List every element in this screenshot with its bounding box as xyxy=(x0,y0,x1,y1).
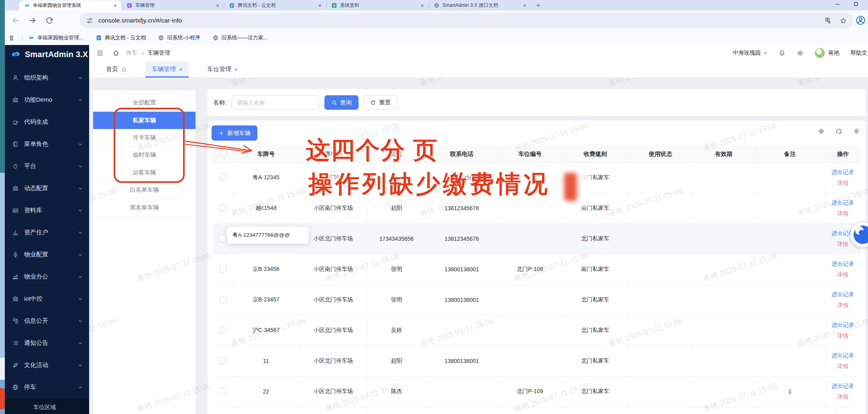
sidebar-item[interactable]: 停车 xyxy=(5,376,89,398)
sidebar-item[interactable]: 资料库 xyxy=(5,199,89,221)
bookmark-item[interactable]: 幸福家园物业管理... xyxy=(28,34,84,41)
community-select[interactable]: 中海玫瑰园 xyxy=(733,49,768,57)
sidebar-item[interactable]: 功能Demo xyxy=(5,89,89,111)
table-cell xyxy=(628,346,693,376)
maximize-button[interactable] xyxy=(853,1,859,7)
entry-exit-records-link[interactable]: 进出记录 xyxy=(825,258,861,269)
sidebar-item[interactable]: 菜单角色 xyxy=(5,133,89,155)
settings-gear-icon[interactable] xyxy=(797,49,804,57)
table-cell: 22 xyxy=(233,376,299,407)
detail-link[interactable]: 详情 xyxy=(825,300,861,311)
row-checkbox[interactable] xyxy=(219,357,226,364)
reset-button[interactable]: 重置 xyxy=(364,95,397,110)
category-item[interactable]: 黑名单车辆 xyxy=(93,199,196,217)
bookmark-star-icon[interactable] xyxy=(839,17,847,25)
entry-exit-records-link[interactable]: 进出记录 xyxy=(825,197,861,208)
table-cell xyxy=(628,376,693,407)
sidebar-item[interactable]: 资产住户 xyxy=(5,221,89,244)
back-icon[interactable] xyxy=(11,16,20,25)
row-checkbox[interactable] xyxy=(219,174,226,181)
page-tab-parking-mgmt[interactable]: 车位管理 × xyxy=(206,61,238,78)
name-filter-input[interactable] xyxy=(232,95,319,110)
help-link[interactable]: 帮助文 xyxy=(850,49,867,57)
category-item[interactable]: 白名单车辆 xyxy=(93,182,196,199)
apps-grid-icon[interactable] xyxy=(9,35,16,41)
tab-close-icon[interactable]: × xyxy=(215,2,220,9)
reload-icon[interactable] xyxy=(45,16,54,25)
table-cell xyxy=(693,285,755,315)
forward-icon[interactable] xyxy=(28,16,37,25)
notifications-bell-icon[interactable] xyxy=(778,49,786,57)
browser-tab[interactable]: 系统资料× xyxy=(326,0,429,10)
address-bar[interactable]: console.smartxfjy.cn/#/car-info xyxy=(79,13,854,28)
sidebar-item[interactable]: 通知公告 xyxy=(5,332,89,354)
detail-link[interactable]: 详情 xyxy=(825,391,861,402)
row-actions-cell: 进出记录详情 xyxy=(825,315,860,346)
detail-link[interactable]: 详情 xyxy=(825,178,861,189)
page-tab-home-label: 首页 xyxy=(106,66,118,73)
site-settings-icon[interactable] xyxy=(86,17,94,25)
browser-profile-icon[interactable] xyxy=(855,15,866,26)
close-icon[interactable]: × xyxy=(179,66,182,73)
entry-exit-records-link[interactable]: 进出记录 xyxy=(825,381,861,391)
row-checkbox[interactable] xyxy=(219,204,226,211)
sidebar-item[interactable]: 信息公开 xyxy=(5,310,89,332)
url-text[interactable]: console.smartxfjy.cn/#/car-info xyxy=(98,17,820,24)
user-menu[interactable]: 蒋艳 xyxy=(815,48,839,58)
entry-exit-records-link[interactable]: 进出记录 xyxy=(825,411,861,414)
sidebar-item[interactable]: 物业配置 xyxy=(5,244,89,266)
tab-close-icon[interactable]: × xyxy=(522,2,527,9)
minimize-button[interactable] xyxy=(834,1,841,7)
screen: 幸福家园物业管理系统×车辆管理×腾讯文档 - 云文档×系统资料×SmartAdm… xyxy=(0,0,868,414)
search-button[interactable]: 查询 xyxy=(324,95,359,110)
entry-exit-records-link[interactable]: 进出记录 xyxy=(825,320,861,330)
sidebar-item[interactable]: iot中控 xyxy=(5,288,89,310)
row-checkbox[interactable] xyxy=(219,235,226,242)
row-checkbox[interactable] xyxy=(219,296,226,303)
sidebar-item[interactable]: 动态配置 xyxy=(5,177,89,199)
table-cell: 赵阳 xyxy=(367,193,426,223)
fullscreen-icon[interactable] xyxy=(818,128,825,135)
user-icon xyxy=(12,74,19,81)
refresh-icon[interactable] xyxy=(835,128,842,135)
new-tab-button[interactable] xyxy=(534,1,543,10)
detail-link[interactable]: 详情 xyxy=(825,208,861,219)
row-checkbox[interactable] xyxy=(219,265,226,273)
breadcrumb-home-icon[interactable] xyxy=(112,49,120,57)
row-actions-cell: 进出记录详情 xyxy=(825,162,860,193)
breadcrumb-section[interactable]: 停车 xyxy=(126,49,137,57)
browser-tab[interactable]: 车辆管理× xyxy=(122,0,224,10)
column-settings-gear-icon[interactable] xyxy=(853,128,860,135)
sidebar-item-parking-area[interactable]: 车位区域 xyxy=(5,398,89,411)
translate-icon[interactable] xyxy=(825,17,832,25)
sidebar-item[interactable]: 平台 xyxy=(5,155,89,177)
page-tab-vehicle-mgmt[interactable]: 车辆管理 × xyxy=(145,61,189,78)
sidebar-item[interactable]: 文化活动 xyxy=(5,354,89,376)
row-checkbox[interactable] xyxy=(219,326,226,334)
entry-exit-records-link[interactable]: 进出记录 xyxy=(825,350,861,361)
sidebar-item[interactable]: 组织架构 xyxy=(5,67,89,89)
detail-link[interactable]: 详情 xyxy=(825,269,861,280)
sidebar-item-label: 通知公告 xyxy=(24,339,78,347)
sidebar-item[interactable]: 代码生成 xyxy=(5,111,89,133)
row-checkbox[interactable] xyxy=(219,387,226,395)
browser-tab[interactable]: SmartAdmin 3.X 接口文档× xyxy=(429,0,531,10)
detail-link[interactable]: 详情 xyxy=(825,361,861,372)
entry-exit-records-link[interactable]: 进出记录 xyxy=(825,167,861,178)
bookmark-item[interactable]: 旧系统-小程序 xyxy=(158,34,200,41)
tab-close-icon[interactable]: × xyxy=(420,2,425,9)
page-tab-home[interactable]: 首页 xyxy=(105,61,128,78)
browser-tabs: 幸福家园物业管理系统×车辆管理×腾讯文档 - 云文档×系统资料×SmartAdm… xyxy=(19,0,531,10)
entry-exit-records-link[interactable]: 进出记录 xyxy=(825,289,861,300)
sidebar-item[interactable]: 物业办公 xyxy=(5,266,89,288)
browser-tab[interactable]: 幸福家园物业管理系统× xyxy=(19,0,122,10)
detail-link[interactable]: 详情 xyxy=(825,330,861,341)
bookmark-item[interactable]: 旧系统——活力家... xyxy=(212,34,268,41)
bookmark-item[interactable]: 腾讯文档 - 云文档 xyxy=(96,34,146,41)
tab-close-icon[interactable]: × xyxy=(113,2,118,9)
tab-close-icon[interactable]: × xyxy=(318,2,322,9)
browser-tab[interactable]: 腾讯文档 - 云文档× xyxy=(224,0,326,10)
close-icon[interactable]: × xyxy=(234,66,238,73)
app-logo[interactable]: SmartAdmin 3.X xyxy=(5,45,89,64)
collapse-menu-icon[interactable] xyxy=(96,49,104,57)
